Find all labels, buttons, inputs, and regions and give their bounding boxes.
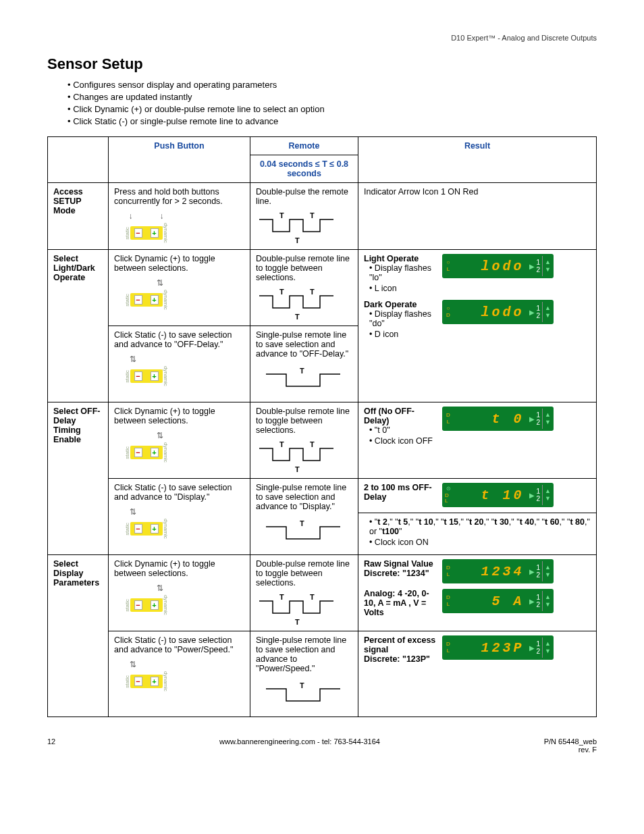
- text: Single-pulse remote line to save selecti…: [256, 635, 346, 673]
- text: Double-pulse remote line to toggle betwe…: [256, 407, 350, 435]
- button-diagram: ↓↓ static −+ dynamic: [114, 211, 178, 243]
- result-sub: Discrete: "1234": [364, 569, 429, 578]
- revision: rev. F: [579, 746, 597, 754]
- col-remote-sub: 0.04 seconds ≤ T ≤ 0.8 seconds: [250, 155, 358, 183]
- row-offdelay-result3: "t 2," "t 5," "t 10," "t 15," "t 20," "t…: [358, 513, 597, 555]
- result-title: 2 to 100 ms OFF-Delay: [364, 483, 432, 502]
- row-access-result: Indicator Arrow Icon 1 ON Red: [358, 183, 597, 250]
- row-display-result1: Raw Signal Value Discrete: "1234" DL 123…: [358, 555, 597, 631]
- svg-text:T: T: [279, 593, 284, 601]
- row-offdelay-remote2: Single-pulse remote line to save selecti…: [250, 479, 358, 555]
- row-display-remote1: Double-pulse remote line to toggle betwe…: [250, 555, 358, 631]
- row-display-label: Select Display Parameters: [48, 555, 109, 717]
- col-result: Result: [358, 137, 597, 183]
- text: Click Static (-) to save selection and a…: [114, 635, 233, 654]
- single-pulse-diagram: T: [256, 679, 350, 712]
- row-offdelay-remote1: Double-pulse remote line to toggle betwe…: [250, 402, 358, 479]
- text: Double-pulse remote line to toggle betwe…: [256, 559, 350, 588]
- double-pulse-diagram: TTT: [256, 440, 350, 474]
- lcd-display: ⊙D L t 10 ▶12▲▼: [442, 483, 554, 507]
- row-display-push2: Click Static (-) to save selection and a…: [109, 631, 250, 717]
- lcd-display: ○L lodo ▶12▲▼: [442, 254, 554, 278]
- result-item: Clock icon ON: [369, 538, 591, 547]
- svg-text:T: T: [279, 211, 284, 219]
- footer: 12 www.bannerengineering.com - tel: 763-…: [47, 737, 597, 754]
- row-display-push1: Click Dynamic (+) to toggle between sele…: [109, 555, 250, 631]
- row-lightdark-remote1: Double-pulse remote line to toggle betwe…: [250, 250, 358, 326]
- lcd-text: 123P: [454, 640, 527, 656]
- col-push: Push Button: [109, 137, 250, 183]
- button-diagram: ⇅ static−+dynamic: [114, 507, 178, 539]
- lcd-text: t 10: [454, 488, 527, 503]
- intro-item: Changes are updated instantly: [68, 92, 597, 102]
- setup-table: Push Button Remote Result 0.04 seconds ≤…: [47, 136, 597, 717]
- lcd-text: 1234: [454, 564, 527, 579]
- row-lightdark-result: Light Operate Display flashes "lo" L ico…: [358, 250, 597, 402]
- lcd-display: ○D lodo ▶12▲▼: [442, 300, 554, 324]
- doc-header: D10 Expert™ - Analog and Discrete Output…: [47, 34, 597, 42]
- svg-text:T: T: [279, 440, 284, 448]
- result-title: Analog: 4 -20, 0-10, A = mA , V = Volts: [364, 589, 429, 617]
- svg-text:T: T: [279, 288, 284, 296]
- text: Press and hold both buttons concurrently…: [114, 187, 223, 206]
- result-sub: Discrete: "123P": [364, 654, 430, 664]
- result-item: "t 0": [369, 425, 438, 435]
- result-title: Raw Signal Value: [364, 559, 433, 569]
- row-display-remote2: Single-pulse remote line to save selecti…: [250, 631, 358, 717]
- result-item: Display flashes "lo": [369, 263, 438, 282]
- row-offdelay-push2: Click Static (-) to save selection and a…: [109, 479, 250, 555]
- svg-text:T: T: [310, 288, 315, 296]
- row-offdelay-label: Select OFF-Delay Timing Enable: [48, 402, 109, 555]
- row-lightdark-push2: Click Static (-) to save selection and a…: [109, 326, 250, 402]
- text: Double-pulse the remote line.: [256, 187, 348, 206]
- col-blank: [48, 137, 109, 183]
- text: Single-pulse remote line to save selecti…: [256, 483, 346, 511]
- intro-item: Click Static (-) or single-pulse remote …: [68, 116, 597, 126]
- page-title: Sensor Setup: [47, 55, 597, 73]
- delay-values: "t 2," "t 5," "t 10," "t 15," "t 20," "t…: [369, 517, 591, 536]
- row-offdelay-push1: Click Dynamic (+) to toggle between sele…: [109, 402, 250, 479]
- row-display-result2: Percent of excess signal Discrete: "123P…: [358, 631, 597, 717]
- svg-text:T: T: [300, 367, 304, 375]
- lcd-text: lodo: [454, 305, 527, 320]
- col-remote: Remote: [250, 137, 358, 155]
- single-pulse-diagram: T: [256, 517, 350, 550]
- double-pulse-diagram: TTT: [256, 593, 350, 627]
- single-pulse-diagram: T: [256, 364, 350, 398]
- text: Click Dynamic (+) to toggle between sele…: [114, 559, 215, 578]
- row-lightdark-label: Select Light/Dark Operate: [48, 250, 109, 402]
- svg-text:T: T: [310, 593, 315, 601]
- svg-text:T: T: [295, 236, 300, 244]
- row-offdelay-result2: 2 to 100 ms OFF-Delay ⊙D L t 10 ▶12▲▼: [358, 479, 597, 513]
- svg-text:T: T: [300, 519, 304, 527]
- row-lightdark-push1: Click Dynamic (+) to toggle between sele…: [109, 250, 250, 326]
- lcd-text: lodo: [454, 259, 527, 274]
- intro-list: Configures sensor display and operating …: [68, 80, 597, 126]
- lcd-text: t 0: [454, 411, 527, 427]
- svg-text:T: T: [310, 211, 315, 219]
- svg-text:T: T: [300, 681, 304, 689]
- text: Single-pulse remote line to save selecti…: [256, 330, 348, 359]
- footer-center: www.bannerengineering.com - tel: 763-544…: [219, 737, 380, 754]
- result-item: D icon: [369, 330, 438, 339]
- lcd-display: DL t 0 ▶12▲▼: [442, 407, 554, 431]
- result-item: Display flashes "do": [369, 309, 438, 328]
- page-number: 12: [47, 737, 55, 754]
- row-access-label: Access SETUP Mode: [48, 183, 109, 250]
- lcd-display: DL 123P ▶12▲▼: [442, 635, 554, 660]
- svg-text:T: T: [310, 440, 315, 448]
- button-diagram: ⇅ static−+dynamic: [114, 660, 178, 692]
- svg-text:T: T: [295, 618, 300, 626]
- result-title: Percent of excess signal: [364, 635, 435, 654]
- result-title: Off (No OFF-Delay): [364, 407, 414, 425]
- result-title: Dark Operate: [364, 300, 417, 309]
- text: Click Static (-) to save selection and a…: [114, 483, 232, 502]
- svg-text:T: T: [295, 313, 300, 321]
- result-item: Clock icon OFF: [369, 436, 438, 446]
- button-diagram: ⇅ static−+dynamic: [114, 583, 178, 615]
- svg-text:T: T: [295, 465, 300, 473]
- intro-item: Configures sensor display and operating …: [68, 80, 597, 90]
- row-access-push: Press and hold both buttons concurrently…: [109, 183, 250, 250]
- button-diagram: ⇅ static−+dynamic: [114, 355, 178, 386]
- row-lightdark-remote2: Single-pulse remote line to save selecti…: [250, 326, 358, 402]
